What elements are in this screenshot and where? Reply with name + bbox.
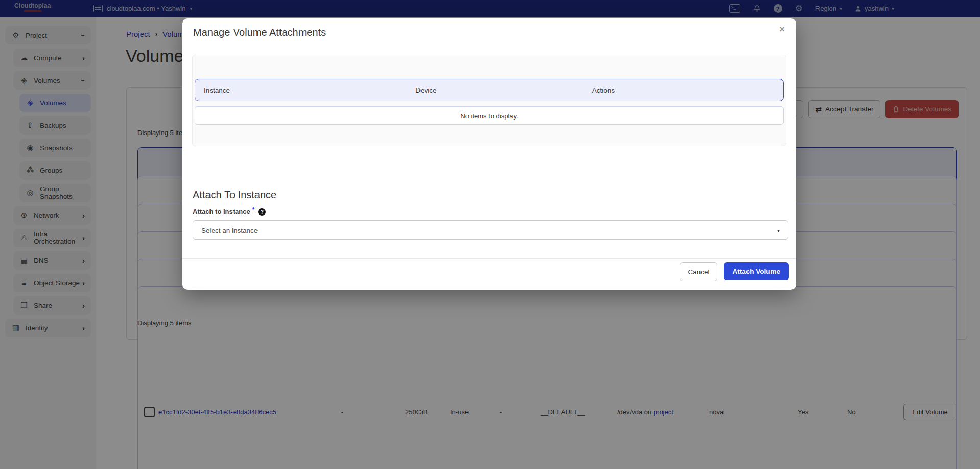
attach-section-title: Attach To Instance <box>193 189 276 201</box>
close-icon[interactable]: × <box>779 24 785 34</box>
column-header-actions: Actions <box>584 86 783 94</box>
manage-volume-attachments-modal: Manage Volume Attachments × Instance Dev… <box>182 18 796 290</box>
column-header-instance: Instance <box>195 86 407 94</box>
modal-title: Manage Volume Attachments <box>193 27 326 38</box>
modal-footer: Cancel Attach Volume <box>680 262 789 281</box>
attach-volume-button[interactable]: Attach Volume <box>724 262 789 280</box>
app-root: Cloudtopiaa cloudtopiaa.com • Yashwin ▾ … <box>0 0 980 469</box>
instance-select[interactable]: Select an instance ▾ <box>193 220 788 240</box>
attachments-table-header: Instance Device Actions <box>195 79 784 101</box>
column-header-device: Device <box>407 86 583 94</box>
attach-to-instance-label: Attach to Instance * ? <box>193 208 266 216</box>
required-asterisk: * <box>252 206 255 213</box>
modal-footer-divider <box>182 258 796 259</box>
cancel-button[interactable]: Cancel <box>680 262 717 281</box>
attachments-panel: Instance Device Actions No items to disp… <box>192 55 786 146</box>
empty-state-message: No items to display. <box>195 106 784 125</box>
help-icon[interactable]: ? <box>258 208 266 216</box>
instance-select-value: Select an instance <box>201 227 258 234</box>
chevron-down-icon: ▾ <box>777 228 780 233</box>
